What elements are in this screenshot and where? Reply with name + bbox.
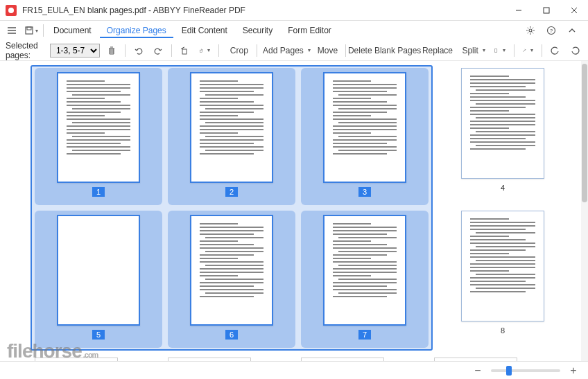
- chevron-down-icon: ▾: [503, 47, 505, 53]
- separator: [125, 44, 126, 57]
- separator: [345, 44, 346, 57]
- selected-pages-label: Selected pages:: [6, 41, 46, 60]
- settings-icon[interactable]: [521, 22, 539, 39]
- move-label: Move: [318, 46, 338, 55]
- page-preview: [461, 211, 544, 321]
- history-undo-icon[interactable]: [548, 43, 563, 58]
- crop-button[interactable]: Crop: [225, 43, 251, 58]
- watermark: filehorse.com: [7, 340, 98, 362]
- page-preview: [190, 72, 273, 183]
- page-grid[interactable]: 1 2 3 4 5 6 7 8: [0, 61, 581, 361]
- vertical-scrollbar[interactable]: [581, 61, 588, 361]
- save-icon[interactable]: ▾: [22, 22, 40, 39]
- page-number-label: 3: [358, 187, 371, 197]
- chevron-down-icon: ▾: [483, 47, 485, 53]
- page-thumbnail[interactable]: 8: [451, 211, 555, 348]
- separator: [171, 44, 172, 57]
- scrollbar-thumb[interactable]: [582, 64, 587, 202]
- selected-pages-input[interactable]: 1-3, 5-7: [50, 44, 100, 58]
- undo-icon[interactable]: [131, 43, 146, 58]
- separator: [257, 44, 257, 57]
- zoom-slider[interactable]: [491, 369, 560, 372]
- app-icon: [6, 5, 17, 16]
- chevron-down-icon: ▾: [308, 47, 311, 53]
- svg-rect-1: [544, 8, 549, 13]
- page-number-label: 2: [225, 187, 238, 197]
- title-bar: FR15_EULA_EN blank pages.pdf - ABBYY Fin…: [0, 0, 588, 21]
- svg-rect-7: [182, 49, 187, 54]
- tab-edit-content[interactable]: Edit Content: [175, 23, 234, 38]
- page-number-label: 4: [496, 183, 509, 193]
- svg-point-4: [529, 29, 532, 32]
- tab-document[interactable]: Document: [46, 23, 98, 38]
- delete-blank-button[interactable]: Delete Blank Pages: [352, 43, 415, 58]
- delete-icon[interactable]: [104, 43, 119, 58]
- add-pages-button[interactable]: Add Pages ▾: [262, 43, 308, 58]
- page-thumbnail[interactable]: 6: [168, 211, 295, 348]
- add-pages-label: Add Pages: [263, 46, 304, 55]
- zoom-slider-handle[interactable]: [506, 366, 512, 376]
- tab-security[interactable]: Security: [236, 23, 279, 38]
- page-preview: [323, 215, 406, 326]
- page-preview: [57, 72, 140, 183]
- svg-rect-16: [495, 49, 498, 51]
- delete-blank-label: Delete Blank Pages: [348, 46, 421, 55]
- split-button[interactable]: Split ▾: [458, 43, 487, 58]
- hamburger-icon[interactable]: [3, 22, 21, 39]
- separator: [514, 44, 514, 57]
- maximize-button[interactable]: [533, 0, 560, 21]
- move-button[interactable]: Move: [313, 43, 340, 58]
- separator: [542, 44, 542, 57]
- history-redo-icon[interactable]: [567, 43, 582, 58]
- page-number-label: 8: [496, 326, 509, 335]
- status-bar: − +: [0, 361, 588, 379]
- replace-label: Replace: [422, 46, 453, 55]
- collapse-icon[interactable]: [563, 22, 581, 39]
- close-button[interactable]: [560, 0, 588, 21]
- page-number-label: 6: [225, 330, 238, 340]
- separator: [218, 44, 219, 57]
- replace-button[interactable]: Replace: [419, 43, 453, 58]
- svg-point-0: [8, 8, 14, 13]
- page-number-label: 1: [92, 187, 105, 197]
- tab-organize-pages[interactable]: Organize Pages: [100, 23, 173, 38]
- page-preview: [190, 215, 273, 326]
- tab-form-editor[interactable]: Form Editor: [281, 23, 338, 38]
- zoom-in-button[interactable]: +: [566, 363, 581, 378]
- page-thumbnail[interactable]: 4: [451, 68, 555, 205]
- page-thumbnail[interactable]: 7: [301, 211, 429, 348]
- page-number-label: 7: [358, 330, 371, 340]
- page-thumbnail[interactable]: 1: [35, 68, 162, 205]
- rotate-left-icon[interactable]: [177, 43, 192, 58]
- svg-text:?: ?: [550, 28, 553, 34]
- zoom-out-button[interactable]: −: [470, 363, 485, 378]
- menu-bar: ▾ Document Organize Pages Edit Content S…: [0, 21, 588, 40]
- rotate-right-icon[interactable]: ▾: [196, 43, 213, 58]
- page-preview: [323, 72, 406, 183]
- page-preview: [57, 215, 140, 326]
- minimize-button[interactable]: [505, 0, 533, 21]
- window-title: FR15_EULA_EN blank pages.pdf - ABBYY Fin…: [22, 6, 505, 15]
- toolbar: Selected pages: 1-3, 5-7 ▾ Crop Add Page…: [0, 40, 588, 61]
- page-number-label: 5: [92, 330, 105, 340]
- help-icon[interactable]: ?: [542, 22, 560, 39]
- separator: [43, 24, 44, 37]
- page-options-icon[interactable]: ▾: [491, 43, 508, 58]
- enhance-icon[interactable]: ▾: [519, 43, 536, 58]
- redo-icon[interactable]: [150, 43, 166, 58]
- page-preview: [461, 68, 544, 179]
- chevron-down-icon: ▾: [207, 47, 210, 53]
- svg-rect-8: [200, 50, 202, 52]
- chevron-down-icon: ▾: [530, 47, 533, 53]
- page-thumbnail[interactable]: 3: [301, 68, 429, 205]
- page-thumbnail[interactable]: 2: [168, 68, 295, 205]
- page-thumbnail[interactable]: 5: [35, 211, 162, 348]
- crop-label: Crop: [230, 46, 248, 55]
- chevron-down-icon: ▾: [35, 28, 38, 34]
- split-label: Split: [462, 46, 478, 55]
